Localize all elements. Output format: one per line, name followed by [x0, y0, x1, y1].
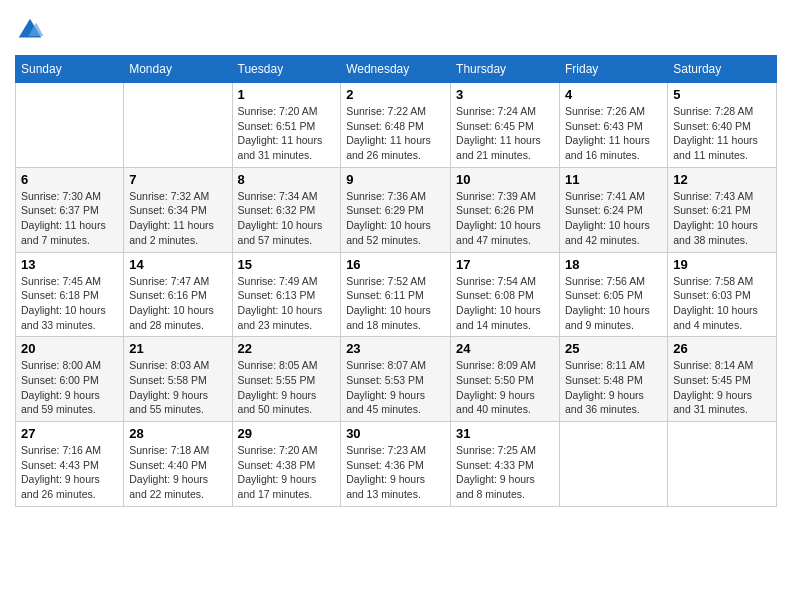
calendar-week-row: 6Sunrise: 7:30 AM Sunset: 6:37 PM Daylig…	[16, 167, 777, 252]
calendar-header: SundayMondayTuesdayWednesdayThursdayFrid…	[16, 56, 777, 83]
day-number: 1	[238, 87, 336, 102]
calendar-cell: 16Sunrise: 7:52 AM Sunset: 6:11 PM Dayli…	[341, 252, 451, 337]
day-number: 26	[673, 341, 771, 356]
day-info: Sunrise: 7:43 AM Sunset: 6:21 PM Dayligh…	[673, 189, 771, 248]
calendar-cell: 7Sunrise: 7:32 AM Sunset: 6:34 PM Daylig…	[124, 167, 232, 252]
calendar-cell: 1Sunrise: 7:20 AM Sunset: 6:51 PM Daylig…	[232, 83, 341, 168]
calendar-cell: 20Sunrise: 8:00 AM Sunset: 6:00 PM Dayli…	[16, 337, 124, 422]
day-number: 7	[129, 172, 226, 187]
day-info: Sunrise: 8:00 AM Sunset: 6:00 PM Dayligh…	[21, 358, 118, 417]
day-number: 18	[565, 257, 662, 272]
calendar-cell: 15Sunrise: 7:49 AM Sunset: 6:13 PM Dayli…	[232, 252, 341, 337]
calendar-cell	[124, 83, 232, 168]
weekday-header: Sunday	[16, 56, 124, 83]
calendar-cell: 29Sunrise: 7:20 AM Sunset: 4:38 PM Dayli…	[232, 422, 341, 507]
day-number: 16	[346, 257, 445, 272]
day-number: 13	[21, 257, 118, 272]
day-info: Sunrise: 7:18 AM Sunset: 4:40 PM Dayligh…	[129, 443, 226, 502]
weekday-header: Tuesday	[232, 56, 341, 83]
calendar-cell: 9Sunrise: 7:36 AM Sunset: 6:29 PM Daylig…	[341, 167, 451, 252]
calendar-cell: 18Sunrise: 7:56 AM Sunset: 6:05 PM Dayli…	[560, 252, 668, 337]
day-number: 20	[21, 341, 118, 356]
calendar-cell: 10Sunrise: 7:39 AM Sunset: 6:26 PM Dayli…	[451, 167, 560, 252]
calendar-cell: 24Sunrise: 8:09 AM Sunset: 5:50 PM Dayli…	[451, 337, 560, 422]
day-info: Sunrise: 7:25 AM Sunset: 4:33 PM Dayligh…	[456, 443, 554, 502]
day-info: Sunrise: 7:22 AM Sunset: 6:48 PM Dayligh…	[346, 104, 445, 163]
day-number: 21	[129, 341, 226, 356]
calendar-cell	[16, 83, 124, 168]
calendar-cell: 19Sunrise: 7:58 AM Sunset: 6:03 PM Dayli…	[668, 252, 777, 337]
day-number: 12	[673, 172, 771, 187]
weekday-header: Friday	[560, 56, 668, 83]
calendar-cell: 12Sunrise: 7:43 AM Sunset: 6:21 PM Dayli…	[668, 167, 777, 252]
calendar-cell	[668, 422, 777, 507]
weekday-header: Thursday	[451, 56, 560, 83]
calendar-week-row: 1Sunrise: 7:20 AM Sunset: 6:51 PM Daylig…	[16, 83, 777, 168]
day-number: 25	[565, 341, 662, 356]
weekday-header: Monday	[124, 56, 232, 83]
calendar-cell: 21Sunrise: 8:03 AM Sunset: 5:58 PM Dayli…	[124, 337, 232, 422]
day-info: Sunrise: 8:07 AM Sunset: 5:53 PM Dayligh…	[346, 358, 445, 417]
day-info: Sunrise: 7:47 AM Sunset: 6:16 PM Dayligh…	[129, 274, 226, 333]
calendar-cell: 3Sunrise: 7:24 AM Sunset: 6:45 PM Daylig…	[451, 83, 560, 168]
day-number: 15	[238, 257, 336, 272]
weekday-header: Wednesday	[341, 56, 451, 83]
calendar-cell: 5Sunrise: 7:28 AM Sunset: 6:40 PM Daylig…	[668, 83, 777, 168]
calendar-cell: 23Sunrise: 8:07 AM Sunset: 5:53 PM Dayli…	[341, 337, 451, 422]
day-info: Sunrise: 7:34 AM Sunset: 6:32 PM Dayligh…	[238, 189, 336, 248]
day-number: 23	[346, 341, 445, 356]
day-info: Sunrise: 7:54 AM Sunset: 6:08 PM Dayligh…	[456, 274, 554, 333]
calendar-body: 1Sunrise: 7:20 AM Sunset: 6:51 PM Daylig…	[16, 83, 777, 507]
calendar-cell: 30Sunrise: 7:23 AM Sunset: 4:36 PM Dayli…	[341, 422, 451, 507]
day-info: Sunrise: 7:23 AM Sunset: 4:36 PM Dayligh…	[346, 443, 445, 502]
day-info: Sunrise: 7:56 AM Sunset: 6:05 PM Dayligh…	[565, 274, 662, 333]
day-number: 30	[346, 426, 445, 441]
day-number: 22	[238, 341, 336, 356]
day-number: 14	[129, 257, 226, 272]
weekday-row: SundayMondayTuesdayWednesdayThursdayFrid…	[16, 56, 777, 83]
day-number: 5	[673, 87, 771, 102]
day-info: Sunrise: 7:45 AM Sunset: 6:18 PM Dayligh…	[21, 274, 118, 333]
calendar-cell: 8Sunrise: 7:34 AM Sunset: 6:32 PM Daylig…	[232, 167, 341, 252]
day-info: Sunrise: 7:20 AM Sunset: 4:38 PM Dayligh…	[238, 443, 336, 502]
calendar-week-row: 27Sunrise: 7:16 AM Sunset: 4:43 PM Dayli…	[16, 422, 777, 507]
day-number: 4	[565, 87, 662, 102]
day-number: 29	[238, 426, 336, 441]
day-info: Sunrise: 7:30 AM Sunset: 6:37 PM Dayligh…	[21, 189, 118, 248]
day-info: Sunrise: 8:05 AM Sunset: 5:55 PM Dayligh…	[238, 358, 336, 417]
calendar-cell	[560, 422, 668, 507]
day-info: Sunrise: 7:52 AM Sunset: 6:11 PM Dayligh…	[346, 274, 445, 333]
calendar-table: SundayMondayTuesdayWednesdayThursdayFrid…	[15, 55, 777, 507]
day-info: Sunrise: 8:09 AM Sunset: 5:50 PM Dayligh…	[456, 358, 554, 417]
day-info: Sunrise: 7:39 AM Sunset: 6:26 PM Dayligh…	[456, 189, 554, 248]
calendar-week-row: 20Sunrise: 8:00 AM Sunset: 6:00 PM Dayli…	[16, 337, 777, 422]
calendar-cell: 27Sunrise: 7:16 AM Sunset: 4:43 PM Dayli…	[16, 422, 124, 507]
day-number: 8	[238, 172, 336, 187]
day-number: 28	[129, 426, 226, 441]
calendar-cell: 31Sunrise: 7:25 AM Sunset: 4:33 PM Dayli…	[451, 422, 560, 507]
calendar-cell: 6Sunrise: 7:30 AM Sunset: 6:37 PM Daylig…	[16, 167, 124, 252]
calendar-cell: 22Sunrise: 8:05 AM Sunset: 5:55 PM Dayli…	[232, 337, 341, 422]
calendar-cell: 14Sunrise: 7:47 AM Sunset: 6:16 PM Dayli…	[124, 252, 232, 337]
page-header	[15, 15, 777, 45]
day-info: Sunrise: 8:03 AM Sunset: 5:58 PM Dayligh…	[129, 358, 226, 417]
calendar-cell: 4Sunrise: 7:26 AM Sunset: 6:43 PM Daylig…	[560, 83, 668, 168]
day-number: 24	[456, 341, 554, 356]
day-info: Sunrise: 7:28 AM Sunset: 6:40 PM Dayligh…	[673, 104, 771, 163]
calendar-cell: 25Sunrise: 8:11 AM Sunset: 5:48 PM Dayli…	[560, 337, 668, 422]
logo	[15, 15, 47, 45]
day-number: 10	[456, 172, 554, 187]
day-number: 3	[456, 87, 554, 102]
day-number: 17	[456, 257, 554, 272]
calendar-cell: 26Sunrise: 8:14 AM Sunset: 5:45 PM Dayli…	[668, 337, 777, 422]
day-number: 27	[21, 426, 118, 441]
calendar-cell: 28Sunrise: 7:18 AM Sunset: 4:40 PM Dayli…	[124, 422, 232, 507]
weekday-header: Saturday	[668, 56, 777, 83]
calendar-cell: 11Sunrise: 7:41 AM Sunset: 6:24 PM Dayli…	[560, 167, 668, 252]
day-number: 9	[346, 172, 445, 187]
day-number: 6	[21, 172, 118, 187]
calendar-cell: 17Sunrise: 7:54 AM Sunset: 6:08 PM Dayli…	[451, 252, 560, 337]
logo-icon	[15, 15, 45, 45]
day-number: 2	[346, 87, 445, 102]
day-info: Sunrise: 7:49 AM Sunset: 6:13 PM Dayligh…	[238, 274, 336, 333]
